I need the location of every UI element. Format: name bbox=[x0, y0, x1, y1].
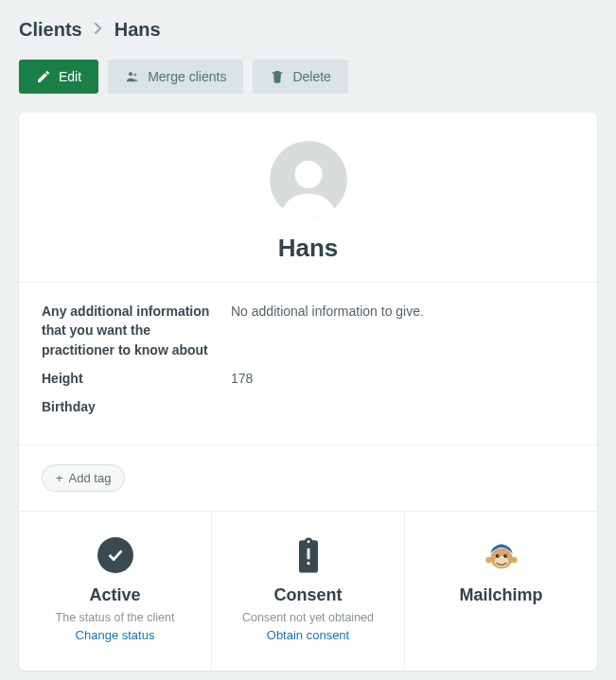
detail-value bbox=[231, 397, 574, 416]
svg-point-8 bbox=[503, 554, 507, 558]
status-consent-cell: Consent Consent not yet obtained Obtain … bbox=[212, 512, 405, 671]
merge-icon bbox=[125, 69, 140, 84]
edit-button[interactable]: Edit bbox=[19, 60, 98, 94]
status-consent-subtitle: Consent not yet obtained bbox=[223, 611, 393, 624]
svg-rect-3 bbox=[307, 549, 309, 559]
svg-point-2 bbox=[294, 161, 322, 188]
svg-point-1 bbox=[133, 73, 136, 76]
svg-point-7 bbox=[495, 554, 499, 558]
avatar bbox=[270, 141, 347, 218]
chevron-right-icon bbox=[94, 22, 103, 39]
profile-header: Hans bbox=[19, 113, 597, 283]
breadcrumb-root[interactable]: Clients bbox=[19, 19, 82, 41]
status-active-subtitle: The status of the client bbox=[30, 611, 200, 624]
pencil-icon bbox=[36, 69, 51, 84]
action-bar: Edit Merge clients Delete bbox=[19, 60, 597, 94]
client-card: Hans Any additional information that you… bbox=[19, 113, 597, 671]
change-status-link[interactable]: Change status bbox=[30, 628, 200, 642]
add-tag-button[interactable]: + Add tag bbox=[42, 464, 125, 492]
svg-point-12 bbox=[511, 557, 518, 564]
status-mailchimp-cell: Mailchimp bbox=[405, 512, 597, 671]
detail-row: Any additional information that you want… bbox=[42, 302, 574, 359]
detail-row: Birthday bbox=[42, 397, 574, 416]
breadcrumb: Clients Hans bbox=[19, 19, 597, 41]
obtain-consent-link[interactable]: Obtain consent bbox=[223, 628, 393, 642]
delete-button[interactable]: Delete bbox=[253, 60, 347, 94]
check-circle-icon bbox=[97, 536, 134, 574]
details-section: Any additional information that you want… bbox=[19, 283, 597, 445]
trash-icon bbox=[270, 69, 285, 84]
clipboard-alert-icon bbox=[290, 536, 327, 574]
person-icon bbox=[275, 152, 342, 218]
plus-icon: + bbox=[56, 471, 63, 485]
status-consent-title: Consent bbox=[223, 585, 393, 605]
svg-point-10 bbox=[505, 555, 506, 556]
client-name: Hans bbox=[38, 234, 578, 263]
edit-button-label: Edit bbox=[59, 69, 81, 84]
tags-section: + Add tag bbox=[19, 445, 597, 511]
breadcrumb-current: Hans bbox=[114, 19, 161, 41]
mailchimp-icon bbox=[483, 536, 520, 574]
status-active-cell: Active The status of the client Change s… bbox=[19, 512, 212, 671]
delete-button-label: Delete bbox=[292, 69, 330, 84]
merge-clients-button[interactable]: Merge clients bbox=[108, 60, 243, 94]
detail-label: Height bbox=[42, 369, 231, 388]
detail-label: Any additional information that you want… bbox=[42, 302, 231, 359]
detail-label: Birthday bbox=[42, 397, 231, 416]
svg-point-11 bbox=[485, 557, 492, 564]
status-active-title: Active bbox=[30, 585, 200, 605]
detail-value: No additional information to give. bbox=[231, 302, 574, 359]
merge-button-label: Merge clients bbox=[148, 69, 226, 84]
add-tag-label: Add tag bbox=[69, 471, 112, 485]
detail-value: 178 bbox=[231, 369, 574, 388]
status-row: Active The status of the client Change s… bbox=[19, 511, 597, 671]
detail-row: Height 178 bbox=[42, 369, 574, 388]
svg-point-0 bbox=[129, 72, 132, 76]
svg-rect-4 bbox=[307, 563, 309, 566]
status-mailchimp-title: Mailchimp bbox=[416, 585, 586, 605]
svg-point-9 bbox=[497, 555, 498, 556]
